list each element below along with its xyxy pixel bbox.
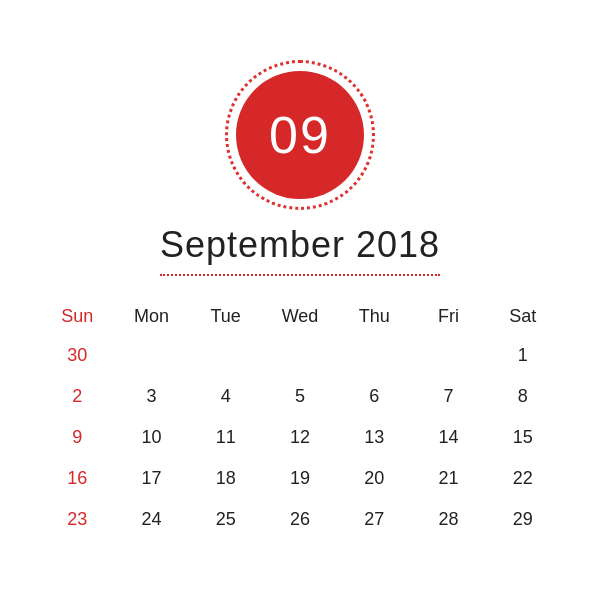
header-mon: Mon	[114, 298, 188, 335]
calendar-week-row: 23242526272829	[40, 499, 560, 540]
calendar-day[interactable]: 26	[263, 499, 337, 540]
calendar-day[interactable]: 20	[337, 458, 411, 499]
header-thu: Thu	[337, 298, 411, 335]
header-tue: Tue	[189, 298, 263, 335]
calendar-day[interactable]	[263, 335, 337, 376]
month-badge: 09	[225, 60, 375, 210]
month-year-title: September 2018	[160, 224, 440, 266]
calendar-day[interactable]: 16	[40, 458, 114, 499]
calendar-day[interactable]: 6	[337, 376, 411, 417]
calendar-week-row: 2345678	[40, 376, 560, 417]
calendar-day[interactable]: 1	[486, 335, 560, 376]
calendar-day[interactable]: 4	[189, 376, 263, 417]
calendar-day[interactable]: 5	[263, 376, 337, 417]
calendar-week-row: 9101112131415	[40, 417, 560, 458]
title-divider	[160, 274, 440, 276]
calendar-day[interactable]: 2	[40, 376, 114, 417]
calendar-day[interactable]: 22	[486, 458, 560, 499]
calendar-day[interactable]: 7	[411, 376, 485, 417]
calendar-day[interactable]: 14	[411, 417, 485, 458]
calendar-day[interactable]	[114, 335, 188, 376]
calendar-week-row: 301	[40, 335, 560, 376]
calendar-day[interactable]: 29	[486, 499, 560, 540]
calendar-day[interactable]: 13	[337, 417, 411, 458]
header-wed: Wed	[263, 298, 337, 335]
dotted-ring	[225, 60, 375, 210]
calendar-day[interactable]: 11	[189, 417, 263, 458]
calendar-day[interactable]: 27	[337, 499, 411, 540]
calendar-day[interactable]	[189, 335, 263, 376]
calendar-day[interactable]: 21	[411, 458, 485, 499]
calendar-day[interactable]: 3	[114, 376, 188, 417]
header-fri: Fri	[411, 298, 485, 335]
calendar-day[interactable]: 10	[114, 417, 188, 458]
calendar-day[interactable]: 17	[114, 458, 188, 499]
calendar-day[interactable]: 25	[189, 499, 263, 540]
calendar: 09 September 2018 Sun Mon Tue Wed Thu Fr…	[40, 60, 560, 540]
calendar-table: Sun Mon Tue Wed Thu Fri Sat 301234567891…	[40, 298, 560, 540]
calendar-day[interactable]: 15	[486, 417, 560, 458]
calendar-day[interactable]: 24	[114, 499, 188, 540]
header-sun: Sun	[40, 298, 114, 335]
calendar-day[interactable]: 30	[40, 335, 114, 376]
calendar-day[interactable]: 9	[40, 417, 114, 458]
calendar-day[interactable]: 8	[486, 376, 560, 417]
calendar-week-row: 16171819202122	[40, 458, 560, 499]
calendar-day[interactable]	[411, 335, 485, 376]
calendar-day[interactable]: 23	[40, 499, 114, 540]
calendar-day[interactable]: 18	[189, 458, 263, 499]
header-sat: Sat	[486, 298, 560, 335]
weekday-header-row: Sun Mon Tue Wed Thu Fri Sat	[40, 298, 560, 335]
calendar-day[interactable]: 19	[263, 458, 337, 499]
calendar-day[interactable]	[337, 335, 411, 376]
calendar-day[interactable]: 12	[263, 417, 337, 458]
calendar-day[interactable]: 28	[411, 499, 485, 540]
